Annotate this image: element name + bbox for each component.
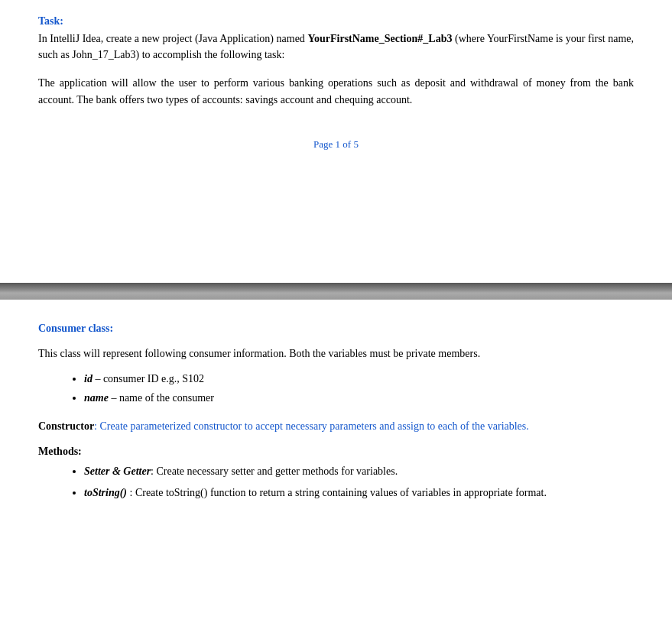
id-description: – consumer ID e.g., S102 xyxy=(93,373,204,384)
page-divider xyxy=(0,283,672,300)
list-item-setter-getter: Setter & Getter: Create necessary setter… xyxy=(84,462,634,481)
task-description: The application will allow the user to p… xyxy=(38,75,634,108)
methods-label: Methods: xyxy=(38,446,634,458)
setter-getter-label: Setter & Getter xyxy=(84,465,151,477)
document-page: Task: In IntelliJ Idea, create a new pro… xyxy=(0,0,672,528)
consumer-fields-list: id – consumer ID e.g., S102 name – name … xyxy=(84,370,634,408)
project-name: YourFirstName_Section#_Lab3 xyxy=(307,33,452,44)
task-label: Task: xyxy=(38,15,634,28)
task-intro-text: In IntelliJ Idea, create a new project (… xyxy=(38,33,307,44)
consumer-class-intro: This class will represent following cons… xyxy=(38,345,634,362)
task-body: In IntelliJ Idea, create a new project (… xyxy=(38,31,634,63)
setter-getter-description: : Create necessary setter and getter met… xyxy=(151,465,398,477)
intro-text: This class will represent following cons… xyxy=(38,348,480,359)
methods-list: Setter & Getter: Create necessary setter… xyxy=(84,462,634,502)
id-label: id xyxy=(84,373,93,384)
page-1-content: Task: In IntelliJ Idea, create a new pro… xyxy=(0,0,672,283)
constructor-section: Constructor: Create parameterized constr… xyxy=(38,418,634,435)
name-label: name xyxy=(84,392,109,404)
description-text: The application will allow the user to p… xyxy=(38,77,634,105)
constructor-label: Constructor xyxy=(38,420,94,432)
list-item-tostring: toString() : Create toString() function … xyxy=(84,484,634,502)
list-item-id: id – consumer ID e.g., S102 xyxy=(84,370,634,388)
list-item-name: name – name of the consumer xyxy=(84,389,634,407)
page-number-1: Page 1 of 5 xyxy=(38,138,634,166)
page-2-content: Consumer class: This class will represen… xyxy=(0,300,672,528)
name-description: – name of the consumer xyxy=(109,392,214,404)
tostring-label: toString() xyxy=(84,487,127,498)
constructor-text: : Create parameterized constructor to ac… xyxy=(94,420,529,432)
tostring-description: : Create toString() function to return a… xyxy=(127,487,547,498)
consumer-class-label: Consumer class: xyxy=(38,323,634,335)
